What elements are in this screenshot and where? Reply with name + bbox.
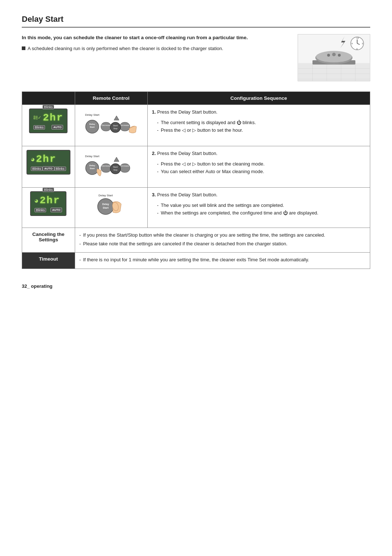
intro-text: In this mode, you can schedule the clean… <box>22 34 290 81</box>
svg-text:Delay: Delay <box>89 164 95 167</box>
config-dash-3b: - When the settings are completed, the c… <box>157 209 366 217</box>
bullet-icon <box>22 46 25 50</box>
cancel-text-1: If you press the Start/Stop button while… <box>83 232 325 239</box>
svg-text:Delay Start: Delay Start <box>85 155 99 158</box>
svg-text:Start/: Start/ <box>113 124 118 127</box>
timeout-label: Timeout <box>22 253 75 269</box>
svg-rect-0 <box>298 63 370 81</box>
svg-text:Increase: Increase <box>121 165 130 167</box>
svg-text:Delay: Delay <box>102 203 109 206</box>
display-cell-3: Blinks ◕ 2hr Blinks AUTO <box>22 188 75 228</box>
lcd-digits-2: 2hr <box>36 154 56 165</box>
config-dash-2a: - Press the ◁ or ▷ button to set the cle… <box>157 160 366 168</box>
lcd-bottom-row-1: Blinks AUTO <box>33 125 63 130</box>
intro-bold: In this mode, you can schedule the clean… <box>22 34 290 41</box>
blinks-bottom-label-1: Blinks <box>33 125 45 130</box>
config-text-1b: Press the ◁ or ▷ button to set the hour. <box>161 127 243 134</box>
step-num-1: 1. <box>152 109 156 115</box>
remote-svg-3: Delay Start Delay Start <box>89 191 133 224</box>
bullet-item: A scheduled cleaning run is only perform… <box>22 45 290 52</box>
svg-text:Start/: Start/ <box>113 166 118 168</box>
remote-svg-1: Delay Start Delay Start Decrease Increas… <box>82 109 140 141</box>
auto-badge-3: AUTO <box>50 208 62 212</box>
step-main-2: Press the Delay Start button. <box>157 151 217 156</box>
lcd-panel-2: ◕ 2hr Blinks AUTO Blinks <box>26 150 70 175</box>
timeout-text: If there is no input for 1 minute while … <box>83 256 309 263</box>
svg-text:Decrease: Decrease <box>101 124 111 126</box>
config-step-3: 3. Press the Delay Start button. <box>152 191 366 199</box>
table-header-row: Remote Control Configuration Sequence <box>22 92 370 105</box>
svg-text:Stop: Stop <box>113 127 117 130</box>
config-cell-2: 2. Press the Delay Start button. - Press… <box>147 146 370 188</box>
config-dash-2b: - You can select either Auto or Max clea… <box>157 168 366 175</box>
main-table: Remote Control Configuration Sequence Bl… <box>22 91 370 269</box>
svg-text:Increase: Increase <box>121 124 130 126</box>
remote-svg-2: Delay Start Delay Start Decrease Increas… <box>82 150 140 183</box>
config-text-2a: Press the ◁ or ▷ button to set the clean… <box>161 160 265 168</box>
blinks-left-2: Blinks <box>31 167 42 171</box>
auto-badge-1: AUTO <box>52 125 64 130</box>
config-step-2: 2. Press the Delay Start button. <box>152 150 366 158</box>
auto-badge-2: AUTO <box>42 166 54 171</box>
cancel-item-2: - Please take note that the settings are… <box>79 240 366 248</box>
remote-cell-1: Delay Start Delay Start Decrease Increas… <box>75 105 147 146</box>
remote-cell-3: Delay Start Delay Start <box>75 188 147 228</box>
cancel-info-cell: - If you press the Start/Stop button whi… <box>75 228 370 253</box>
svg-text:12: 12 <box>356 37 359 39</box>
step-num-3: 3. <box>152 192 156 197</box>
blinks-bottom-label-3: Blinks <box>34 208 46 212</box>
table-row: Blinks ◕ 2hr Blinks AUTO <box>22 188 370 228</box>
page-title: Delay Start <box>22 15 370 28</box>
bullet-text: A scheduled cleaning run is only perform… <box>28 45 223 52</box>
svg-text:Delay Start: Delay Start <box>85 113 99 116</box>
svg-point-10 <box>316 51 352 62</box>
svg-text:Delay: Delay <box>89 123 95 125</box>
lcd-panel-1: 翿✓ 2hr Blinks AUTO <box>29 109 68 133</box>
intro-section: In this mode, you can schedule the clean… <box>22 34 370 81</box>
display-cell-1: Blinks 翿✓ 2hr Blinks AUTO <box>22 105 75 146</box>
timeout-info-cell: - If there is no input for 1 minute whil… <box>75 253 370 269</box>
cancel-item-1: - If you press the Start/Stop button whi… <box>79 232 366 239</box>
robot-image: 12 3 6 9 <box>298 34 370 81</box>
blinks-right-2: Blinks <box>54 167 66 171</box>
svg-point-13 <box>338 54 341 57</box>
svg-text:9: 9 <box>351 42 352 45</box>
table-row: ◕ 2hr Blinks AUTO Blinks Delay <box>22 146 370 188</box>
config-text-2b: You can select either Auto or Max cleani… <box>161 168 264 175</box>
svg-rect-27 <box>101 122 111 131</box>
blinks-top-label-1: Blinks <box>42 105 54 109</box>
config-text-3b: When the settings are completed, the con… <box>161 209 318 217</box>
config-step-1: 1. Press the Delay Start button. <box>152 109 366 116</box>
config-dash-1b: - Press the ◁ or ▷ button to set the hou… <box>157 127 366 134</box>
svg-point-11 <box>327 54 330 57</box>
col-remote-header: Remote Control <box>75 92 147 105</box>
svg-marker-26 <box>114 116 119 120</box>
remote-cell-2: Delay Start Delay Start Decrease Increas… <box>75 146 147 188</box>
config-dash-3a: - The value you set will blink and the s… <box>157 202 366 209</box>
cancel-row: Canceling the Settings - If you press th… <box>22 228 370 253</box>
lcd-bottom-row-2: Blinks AUTO Blinks <box>31 166 66 171</box>
config-cell-1: 1. Press the Delay Start button. - The c… <box>147 105 370 146</box>
step3-remote: Delay Start Delay Start <box>79 191 143 224</box>
config-cell-3: 3. Press the Delay Start button. - The v… <box>147 188 370 228</box>
cancel-text-2: Please take note that the settings are c… <box>83 240 287 248</box>
svg-point-12 <box>332 53 336 56</box>
lcd-digits-3: 2hr <box>40 195 60 206</box>
col-config-header: Configuration Sequence <box>147 92 370 105</box>
svg-text:Delay Start: Delay Start <box>98 194 113 197</box>
config-text-3a: The value you set will blink and the set… <box>161 202 284 209</box>
step-num-2: 2. <box>152 151 156 156</box>
step-main-3: Press the Delay Start button. <box>157 192 217 197</box>
svg-text:Stop: Stop <box>113 169 117 171</box>
config-text-1a: The current setting is displayed and ⏻ b… <box>161 119 256 126</box>
lcd-bottom-row-3: Blinks AUTO <box>34 208 62 212</box>
svg-marker-39 <box>114 157 119 162</box>
timeout-item: - If there is no input for 1 minute whil… <box>79 256 366 263</box>
svg-text:Start: Start <box>90 126 95 128</box>
cancel-settings-label: Canceling the Settings <box>22 228 75 253</box>
page-footer: 32_ operating <box>22 283 370 289</box>
lcd-digits-1: 2hr <box>43 112 63 123</box>
table-row: Blinks 翿✓ 2hr Blinks AUTO <box>22 105 370 146</box>
lcd-panel-3: ◕ 2hr Blinks AUTO <box>30 191 66 216</box>
col-display-header <box>22 92 75 105</box>
